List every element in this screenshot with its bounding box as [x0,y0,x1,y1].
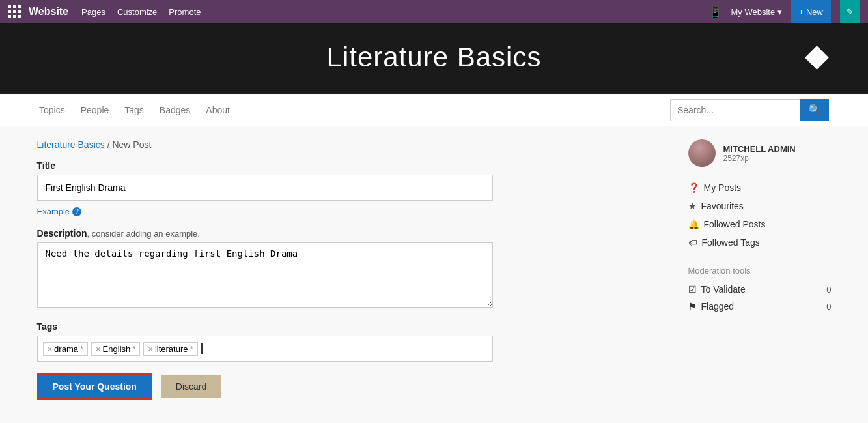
main-layout: Literature Basics / New Post Title Examp… [11,126,858,413]
tags-group: Tags × drama * × English * × literature … [37,321,669,362]
nav-topics[interactable]: Topics [39,105,65,115]
my-posts-icon: ❓ [688,182,699,193]
sidebar-favourites[interactable]: ★ Favourites [688,197,832,215]
title-input[interactable] [37,175,493,201]
followed-tags-label: Followed Tags [702,237,760,248]
tag-english-remove[interactable]: × [96,344,101,354]
search-input[interactable] [670,99,800,121]
tags-label: Tags [37,321,669,332]
followed-posts-icon: 🔔 [688,219,699,229]
topbar-promote[interactable]: Promote [169,7,201,17]
topbar-pages[interactable]: Pages [81,7,105,17]
title-group: Title Example ? [37,160,669,216]
favourites-label: Favourites [701,201,744,211]
search-box: 🔍 [670,99,829,121]
moderation-title: Moderation tools [688,266,832,276]
drop-icon: ◆ [805,36,829,73]
example-link-text: Example [37,207,70,216]
nav-badges[interactable]: Badges [160,105,190,115]
secondary-nav: Topics People Tags Badges About 🔍 [0,94,868,126]
nav-people[interactable]: People [81,105,109,115]
description-label: Description, consider adding an example. [37,228,669,239]
favourites-icon: ★ [688,201,697,211]
tags-cursor [201,343,203,354]
topbar-customize[interactable]: Customize [117,7,157,17]
main-content: Literature Basics / New Post Title Examp… [37,139,669,400]
description-group: Description, consider adding an example.… [37,228,669,310]
tags-input-container[interactable]: × drama * × English * × literature * [37,336,493,362]
breadcrumb-parent[interactable]: Literature Basics [37,139,105,150]
example-link[interactable]: Example ? [37,207,82,216]
user-name: MITCHELL ADMIN [723,144,796,154]
description-note: , consider adding an example. [87,229,200,239]
title-label: Title [37,160,669,171]
nav-tags[interactable]: Tags [124,105,144,115]
user-details: MITCHELL ADMIN 2527xp [723,144,796,163]
moderation-section: Moderation tools ☑ To Validate 0 ⚑ Flagg… [688,266,832,315]
followed-tags-icon: 🏷 [688,237,697,248]
to-validate-icon: ☑ [688,284,697,295]
to-validate-count: 0 [826,285,831,295]
tag-drama-remove[interactable]: × [48,344,53,354]
to-validate-label: To Validate [701,284,746,295]
mobile-icon[interactable]: 📱 [709,6,722,18]
sidebar-followed-posts[interactable]: 🔔 Followed Posts [688,215,832,233]
avatar [688,139,716,167]
user-xp: 2527xp [723,154,796,163]
topbar-nav: Pages Customize Promote [81,7,201,17]
search-button[interactable]: 🔍 [800,99,829,121]
sidebar-menu: ❓ My Posts ★ Favourites 🔔 Followed Posts… [688,179,832,252]
brand-label[interactable]: Website [29,6,68,18]
breadcrumb-current: New Post [112,139,151,150]
new-button[interactable]: + New [791,0,831,23]
tag-literature-star: * [189,344,193,354]
secondary-nav-links: Topics People Tags Badges About [39,105,230,115]
nav-about[interactable]: About [206,105,230,115]
topbar: Website Pages Customize Promote 📱 My Web… [0,0,868,23]
tag-literature[interactable]: × literature * [143,342,197,356]
form-actions: Post Your Question Discard [37,373,669,400]
topbar-right: 📱 My Website ▾ + New ✎ [709,0,861,23]
post-question-button[interactable]: Post Your Question [37,373,152,400]
discard-button[interactable]: Discard [161,375,221,398]
tag-drama[interactable]: × drama * [43,342,89,356]
user-info: MITCHELL ADMIN 2527xp [688,139,832,167]
tag-drama-star: * [80,344,83,354]
tag-english[interactable]: × English * [91,342,140,356]
description-textarea[interactable]: Need the details regarding first English… [37,242,493,308]
hero-title: Literature Basics [0,42,868,73]
my-website-btn[interactable]: My Website ▾ [731,7,782,17]
tag-drama-text: drama [54,344,78,354]
sidebar-followed-tags[interactable]: 🏷 Followed Tags [688,233,832,252]
my-posts-label: My Posts [704,182,742,193]
sidebar: MITCHELL ADMIN 2527xp ❓ My Posts ★ Favou… [688,139,832,400]
tag-english-star: * [132,344,135,354]
followed-posts-label: Followed Posts [704,219,766,229]
flagged-count: 0 [826,302,831,312]
to-validate-item[interactable]: ☑ To Validate 0 [688,281,832,298]
flagged-label: Flagged [701,301,735,312]
grid-icon[interactable] [8,5,22,19]
tag-literature-remove[interactable]: × [148,344,153,354]
breadcrumb: Literature Basics / New Post [37,139,669,150]
flagged-icon: ⚑ [688,301,697,312]
edit-button[interactable]: ✎ [840,0,860,23]
help-icon: ? [72,207,81,216]
hero-banner: Literature Basics ◆ [0,23,868,94]
tag-literature-text: literature [155,344,188,354]
sidebar-my-posts[interactable]: ❓ My Posts [688,179,832,197]
flagged-item[interactable]: ⚑ Flagged 0 [688,298,832,315]
tag-english-text: English [103,344,131,354]
